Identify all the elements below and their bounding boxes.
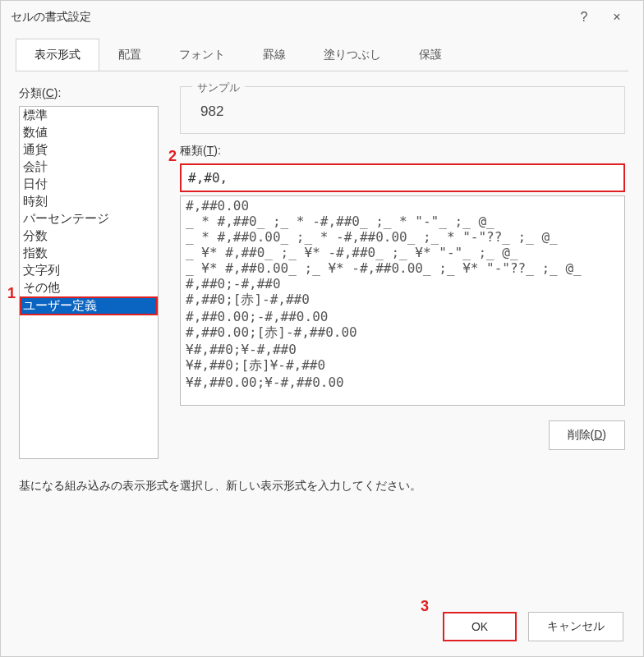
hint-text: 基になる組み込みの表示形式を選択し、新しい表示形式を入力してください。 <box>19 479 625 494</box>
category-item-accounting[interactable]: 会計 <box>20 159 158 176</box>
type-option[interactable]: _ * #,##0.00_ ;_ * -#,##0.00_ ;_ * "-"??… <box>186 229 619 245</box>
category-item-time[interactable]: 時刻 <box>20 193 158 210</box>
tab-fill[interactable]: 塗りつぶし <box>305 39 400 71</box>
category-item-special[interactable]: その他 <box>20 279 158 296</box>
category-item-scientific[interactable]: 指数 <box>20 245 158 262</box>
category-label: 分類(C): <box>19 86 165 101</box>
category-item-percentage[interactable]: パーセンテージ <box>20 210 158 227</box>
type-listbox[interactable]: #,##0.00 _ * #,##0_ ;_ * -#,##0_ ;_ * "-… <box>180 195 625 406</box>
type-option[interactable]: ¥#,##0.00;¥-#,##0.00 <box>186 374 619 390</box>
type-option[interactable]: ¥#,##0;[赤]¥-#,##0 <box>186 357 619 374</box>
dialog-title: セルの書式設定 <box>11 10 568 25</box>
type-option[interactable]: _ * #,##0_ ;_ * -#,##0_ ;_ * "-"_ ;_ @_ <box>186 214 619 229</box>
dialog-footer: OK キャンセル <box>1 597 643 656</box>
type-option[interactable]: #,##0;-#,##0 <box>186 276 619 292</box>
sample-fieldset: サンプル 982 <box>180 86 625 134</box>
category-item-number[interactable]: 数値 <box>20 124 158 141</box>
help-button[interactable]: ? <box>568 4 600 30</box>
category-item-currency[interactable]: 通貨 <box>20 141 158 159</box>
tab-number-format[interactable]: 表示形式 <box>16 39 99 71</box>
category-item-standard[interactable]: 標準 <box>20 107 158 124</box>
tab-font[interactable]: フォント <box>160 39 244 71</box>
category-item-fraction[interactable]: 分数 <box>20 227 158 245</box>
category-listbox[interactable]: 標準 数値 通貨 会計 日付 時刻 パーセンテージ 分数 指数 文字列 その他 … <box>19 106 159 459</box>
category-item-custom[interactable]: ユーザー定義 <box>20 296 158 315</box>
annotation-2: 2 <box>168 148 177 165</box>
type-option[interactable]: #,##0.00;[赤]-#,##0.00 <box>186 324 619 342</box>
type-label: 種類(T): <box>180 144 625 159</box>
sample-value: 982 <box>200 103 613 120</box>
annotation-1: 1 <box>7 285 16 302</box>
tab-alignment[interactable]: 配置 <box>99 39 160 71</box>
format-cells-dialog: セルの書式設定 ? × 表示形式 配置 フォント 罫線 塗りつぶし 保護 1 分… <box>0 0 644 657</box>
annotation-3: 3 <box>421 598 429 615</box>
cancel-button[interactable]: キャンセル <box>528 612 623 641</box>
content-area: 1 分類(C): 標準 数値 通貨 会計 日付 時刻 パーセンテージ 分数 指数… <box>1 71 643 597</box>
tab-strip: 表示形式 配置 フォント 罫線 塗りつぶし 保護 <box>1 34 643 71</box>
close-button[interactable]: × <box>600 4 633 30</box>
sample-legend: サンプル <box>192 80 245 95</box>
type-option[interactable]: ¥#,##0;¥-#,##0 <box>186 342 619 357</box>
type-option[interactable]: _ ¥* #,##0.00_ ;_ ¥* -#,##0.00_ ;_ ¥* "-… <box>186 260 619 276</box>
tab-protection[interactable]: 保護 <box>400 39 461 71</box>
tab-border[interactable]: 罫線 <box>244 39 305 71</box>
type-option[interactable]: #,##0;[赤]-#,##0 <box>186 292 619 309</box>
type-option[interactable]: #,##0.00;-#,##0.00 <box>186 309 619 324</box>
category-item-text[interactable]: 文字列 <box>20 262 158 279</box>
category-column: 1 分類(C): 標準 数値 通貨 会計 日付 時刻 パーセンテージ 分数 指数… <box>19 86 165 459</box>
type-option[interactable]: _ ¥* #,##0_ ;_ ¥* -#,##0_ ;_ ¥* "-"_ ;_ … <box>186 245 619 260</box>
details-column: 2 サンプル 982 種類(T): #,##0.00 _ * #,##0_ ;_… <box>180 86 625 459</box>
titlebar: セルの書式設定 ? × <box>1 1 643 34</box>
delete-button[interactable]: 削除(D) <box>549 420 625 450</box>
ok-button[interactable]: OK <box>443 612 517 641</box>
type-option[interactable]: #,##0.00 <box>186 198 619 214</box>
category-item-date[interactable]: 日付 <box>20 176 158 193</box>
type-input[interactable] <box>180 163 625 192</box>
